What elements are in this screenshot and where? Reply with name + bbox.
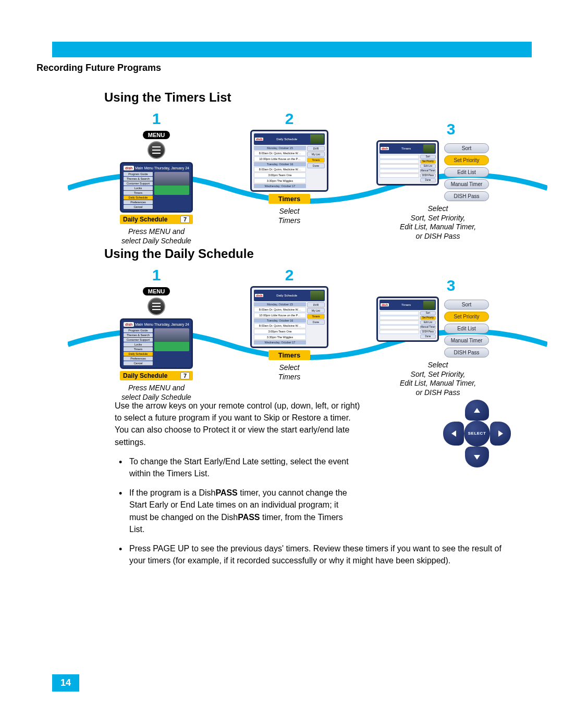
page-number: 14 — [52, 674, 79, 692]
menu-item: Program Guide — [124, 328, 153, 332]
date-separator: Tuesday, October 16 — [254, 318, 306, 323]
timers-screen: dish Timers Sort Set Priority Edit List … — [376, 297, 439, 342]
date-separator: Monday, October 15 — [254, 146, 306, 150]
remote-dpad: SELECT — [443, 400, 511, 467]
option-sort: Sort — [444, 143, 489, 153]
menu-item-highlight: Daily Schedule — [124, 352, 153, 356]
schedule-row: 3:00pm Team One — [254, 329, 306, 334]
menu-item-highlight: Daily Schedule — [124, 195, 153, 200]
timer-row — [380, 159, 419, 164]
ds-number: 7 — [180, 372, 190, 379]
menu-icon — [148, 298, 165, 315]
preview-image — [154, 172, 189, 195]
mini-btn-highlight: Set Priority — [420, 159, 436, 164]
dish-logo: dish — [124, 166, 134, 170]
menu-item: Cancel — [124, 361, 153, 365]
main-menu-screen: dishMain MenuThursday, January 24 Progra… — [120, 162, 193, 213]
timer-row — [380, 311, 419, 315]
ds-label: Daily Schedule — [123, 372, 167, 379]
schedule-row: 8:00am Dr. Quinn, Medicine W… — [254, 167, 306, 172]
option-edit-list: Edit List — [444, 167, 489, 177]
timer-row — [380, 330, 419, 334]
mini-btn: Sort — [420, 155, 436, 159]
daily-schedule-screen: dish Daily Schedule Monday, October 15 8… — [250, 286, 328, 348]
timers-title: Timers — [401, 147, 411, 150]
option-manual-timer: Manual Timer — [444, 336, 489, 346]
flow-daily: 1 MENU dishMain MenuThursday, January 24… — [68, 266, 558, 386]
ds-label: Daily Schedule — [123, 216, 167, 223]
step-3: 3 dish Timers Sort Set Priority — [360, 277, 506, 397]
mini-btn: Edit List — [420, 164, 436, 168]
dish-logo: dish — [255, 138, 263, 141]
date-separator: Tuesday, October 16 — [254, 162, 306, 166]
menu-item: Locks — [124, 342, 153, 347]
menu-icon — [148, 141, 165, 159]
dpad-down-icon — [465, 447, 489, 467]
schedule-row: 3:30pm The Wiggles — [254, 335, 306, 340]
dpad-left-icon — [443, 422, 464, 446]
preview-thumb — [310, 134, 324, 144]
option-edit-list: Edit List — [444, 324, 489, 334]
option-dish-pass: DISH Pass — [444, 191, 489, 201]
timer-row — [380, 325, 419, 329]
option-stack: Sort Set Priority Edit List Manual Timer… — [444, 300, 489, 357]
option-manual-timer: Manual Timer — [444, 179, 489, 189]
step-number: 2 — [240, 110, 339, 128]
menu-date: Thursday, January 24 — [154, 323, 189, 326]
date-separator: Monday, October 15 — [254, 302, 306, 306]
step3-caption: Select Sort, Set Priority, Edit List, Ma… — [370, 361, 506, 397]
step-2: 2 dish Daily Schedule Monday, October 15… — [240, 266, 339, 381]
dish-logo: dish — [381, 303, 389, 306]
date-separator: Wednesday, October 17 — [254, 340, 306, 344]
timer-row — [380, 169, 419, 173]
timer-row — [380, 320, 419, 325]
step-number: 3 — [396, 120, 506, 138]
date-separator: Wednesday, October 17 — [254, 184, 306, 188]
mini-btn: Sort — [420, 311, 436, 315]
side-btn: My List — [307, 152, 325, 157]
schedule-row: 3:00pm Team One — [254, 172, 306, 178]
step-1: 1 MENU dishMain MenuThursday, January 24… — [104, 110, 209, 245]
side-btn: My List — [307, 308, 325, 313]
menu-item: Cancel — [124, 205, 153, 209]
preview-thumb — [423, 301, 435, 309]
mini-btn: DISH Pass — [420, 174, 436, 178]
timers-callout: Timers — [268, 194, 310, 204]
mini-btn-highlight: Set Priority — [420, 316, 436, 320]
side-btn: Done — [307, 163, 325, 168]
menu-item: Preferences — [124, 356, 153, 361]
step-1: 1 MENU dishMain MenuThursday, January 24… — [104, 266, 209, 402]
schedule-row: 3:30pm The Wiggles — [254, 178, 306, 183]
timer-row — [380, 174, 419, 178]
intro-paragraph: Use the arrow keys on your remote contro… — [115, 400, 365, 448]
ds-number: 7 — [180, 216, 190, 223]
daily-schedule-title: Daily Schedule — [276, 294, 297, 297]
step1-caption: Press MENU andselect Daily Schedule — [104, 227, 209, 245]
side-btn: Done — [307, 319, 325, 325]
step2-caption: SelectTimers — [240, 363, 339, 381]
menu-item: Themes & Search — [124, 177, 153, 181]
section-title: Recording Future Programs — [36, 63, 527, 73]
daily-schedule-title: Daily Schedule — [276, 138, 297, 141]
step-2: 2 dish Daily Schedule Monday, October 15… — [240, 110, 339, 225]
menu-badge: MENU — [143, 287, 170, 295]
mini-btn: Done — [420, 178, 436, 182]
dish-logo: dish — [381, 147, 389, 150]
menu-date: Thursday, January 24 — [154, 166, 189, 170]
heading-daily-schedule: Using the Daily Schedule — [104, 246, 527, 261]
step3-caption: Select Sort, Set Priority, Edit List, Ma… — [370, 204, 506, 241]
menu-item: Timers — [124, 191, 153, 195]
schedule-row: 10:00pm Little House on the P… — [254, 313, 306, 318]
option-stack: Sort Set Priority Edit List Manual Timer… — [444, 143, 489, 201]
schedule-row: 8:00am Dr. Quinn, Medicine W… — [254, 323, 306, 328]
step-3: 3 dish Timers Sort Set Priority — [360, 120, 506, 241]
step1-caption: Press MENU andselect Daily Schedule — [104, 384, 209, 402]
menu-item: Customer Support — [124, 338, 153, 342]
schedule-row: 8:00am Dr. Quinn, Medicine W… — [254, 307, 306, 312]
menu-item: Locks — [124, 186, 153, 190]
dpad-select-button: SELECT — [464, 421, 490, 447]
mini-btn: Edit List — [420, 320, 436, 325]
side-btn: DVR — [307, 146, 325, 151]
option-set-priority: Set Priority — [444, 155, 489, 165]
schedule-row: 8:00am Dr. Quinn, Medicine W… — [254, 151, 306, 156]
